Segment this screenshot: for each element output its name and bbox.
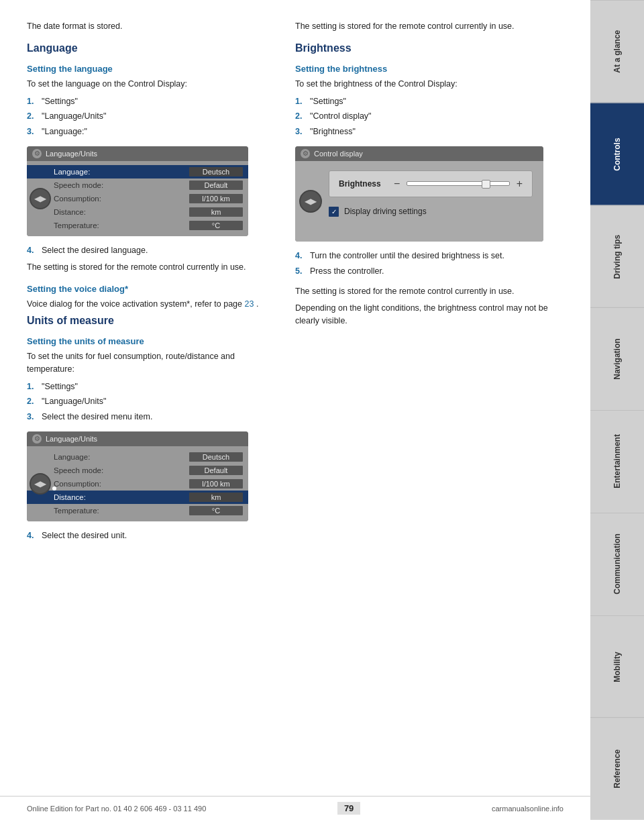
bright-step-5: 5. Press the controller. [295, 265, 550, 278]
sidebar-tab-controls[interactable]: Controls [590, 103, 644, 205]
sidebar-tab-navigation[interactable]: Navigation [590, 307, 644, 410]
language-screen-header: ⚙ Language/Units [27, 146, 248, 161]
units-step-3: 3. Select the desired menu item. [27, 411, 268, 423]
brightness-screen-body: Brightness − + ✓ Display driving setti [295, 161, 543, 242]
units-step-2: 2. "Language/Units" [27, 395, 268, 408]
units-screen-body: Language: Deutsch Speech mode: Default C… [27, 446, 248, 521]
units-intro: To set the units for fuel consumption, r… [27, 350, 268, 376]
setting-brightness-subtitle: Setting the brightness [295, 64, 550, 74]
plus-icon: + [517, 178, 523, 190]
units-screen-header: ⚙ Language/Units [27, 431, 248, 446]
language-section: Language Setting the language To set the… [27, 42, 268, 274]
page-number: 79 [337, 802, 360, 815]
main-content: The date format is stored. Language Sett… [0, 0, 590, 820]
screen-row-temperature: Temperature: °C [27, 219, 248, 232]
units-step-1: 1. "Settings" [27, 380, 268, 393]
brightness-note2: Depending on the light conditions, the b… [295, 302, 550, 328]
sidebar-tab-communication[interactable]: Communication [590, 513, 644, 615]
voice-dialog-text: Voice dialog for the voice activation sy… [27, 298, 268, 311]
setting-language-subtitle: Setting the language [27, 64, 268, 74]
checkbox-icon: ✓ [329, 207, 339, 217]
brightness-intro: To set the brightness of the Control Dis… [295, 78, 550, 91]
screen-row-consumption: Consumption: l/100 km [27, 192, 248, 205]
units-row-language: Language: Deutsch [27, 450, 248, 464]
gear-icon: ⚙ [32, 149, 42, 158]
units-section: Units of measure Setting the units of me… [27, 315, 268, 542]
selection-indicator [52, 486, 56, 491]
controller-overlay-2: ◀▶ [30, 473, 51, 495]
screen-row-language: Language: Deutsch [27, 165, 248, 178]
slider-thumb [482, 180, 490, 189]
left-top-text: The date format is stored. [27, 20, 268, 33]
brightness-slider [407, 181, 509, 186]
units-screen-wrapper: ⚙ Language/Units Language: Deutsch Speec [27, 431, 268, 521]
lang-step-1: 1. "Settings" [27, 95, 268, 108]
bright-step-2: 2. "Control display" [295, 110, 550, 123]
language-screen-body: Language: Deutsch Speech mode: Default C… [27, 161, 248, 236]
units-step-4: 4. Select the desired unit. [27, 529, 268, 542]
brightness-screen-wrapper: ⚙ Control display Brightness − [295, 146, 550, 242]
brightness-title: Brightness [295, 42, 550, 54]
brightness-control-box: Brightness − + [329, 170, 533, 197]
units-screen: ⚙ Language/Units Language: Deutsch Speec [27, 431, 248, 521]
language-screen-wrapper: ⚙ Language/Units Language: Deutsch Speec [27, 146, 268, 236]
units-subtitle: Setting the units of measure [27, 336, 268, 346]
minus-icon: − [394, 178, 400, 190]
units-row-temperature: Temperature: °C [27, 504, 248, 517]
screen-row-distance: Distance: km [27, 205, 248, 219]
language-screen: ⚙ Language/Units Language: Deutsch Speec [27, 146, 248, 236]
left-column: The date format is stored. Language Sett… [27, 20, 288, 793]
bright-step-4: 4. Turn the controller until the desired… [295, 250, 550, 262]
controller-overlay-1: ◀▶ [30, 188, 51, 209]
controller-knob-1: ◀▶ [30, 188, 51, 209]
brightness-section: Brightness Setting the brightness To set… [295, 42, 550, 327]
language-steps: 1. "Settings" 2. "Language/Units" 3. "La… [27, 95, 268, 138]
sidebar-tab-reference[interactable]: Reference [590, 717, 644, 820]
page-container: The date format is stored. Language Sett… [0, 0, 644, 820]
sidebar-tab-driving-tips[interactable]: Driving tips [590, 205, 644, 308]
sidebar-tab-at-a-glance[interactable]: At a glance [590, 0, 644, 103]
display-driving-row: ✓ Display driving settings [329, 207, 533, 217]
lang-step-4: 4. Select the desired language. [27, 244, 268, 257]
screen-row-speech: Speech mode: Default [27, 178, 248, 192]
controller-knob-2: ◀▶ [30, 473, 51, 495]
controller-knob-3: ◀▶ [299, 190, 322, 213]
right-top-note: The setting is stored for the remote con… [295, 20, 550, 33]
brightness-control-label: Brightness [339, 179, 387, 189]
footer-text: Online Edition for Part no. 01 40 2 606 … [27, 805, 206, 813]
brightness-note1: The setting is stored for the remote con… [295, 285, 550, 298]
display-driving-label: Display driving settings [344, 207, 427, 216]
controller-overlay-3: ◀▶ [299, 190, 322, 213]
units-row-consumption: Consumption: l/100 km [27, 477, 248, 491]
sidebar-tab-entertainment[interactable]: Entertainment [590, 410, 644, 513]
gear-icon-2: ⚙ [32, 434, 42, 444]
brightness-screen-header: ⚙ Control display [295, 146, 543, 161]
right-column: The setting is stored for the remote con… [288, 20, 550, 793]
page-footer: Online Edition for Part no. 01 40 2 606 … [0, 796, 590, 820]
units-row-speech: Speech mode: Default [27, 464, 248, 477]
voice-dialog-subtitle: Setting the voice dialog* [27, 284, 268, 294]
lang-step-2: 2. "Language/Units" [27, 110, 268, 123]
bright-step-1: 1. "Settings" [295, 95, 550, 108]
language-title: Language [27, 42, 268, 54]
sidebar-tab-mobility[interactable]: Mobility [590, 615, 644, 718]
page-23-link[interactable]: 23 [245, 299, 254, 309]
sidebar: At a glance Controls Driving tips Naviga… [590, 0, 644, 820]
language-note: The setting is stored for the remote con… [27, 261, 268, 274]
footer-site: carmanualsonline.info [492, 805, 564, 813]
brightness-screen: ⚙ Control display Brightness − [295, 146, 543, 242]
units-steps: 1. "Settings" 2. "Language/Units" 3. Sel… [27, 380, 268, 423]
units-row-distance: Distance: km [27, 491, 248, 504]
bright-step-3: 3. "Brightness" [295, 125, 550, 138]
gear-icon-3: ⚙ [301, 149, 310, 158]
units-title: Units of measure [27, 315, 268, 327]
voice-dialog-section: Setting the voice dialog* Voice dialog f… [27, 284, 268, 311]
lang-step-3: 3. "Language:" [27, 125, 268, 138]
setting-language-intro: To set the language on the Control Displ… [27, 78, 268, 91]
brightness-steps: 1. "Settings" 2. "Control display" 3. "B… [295, 95, 550, 138]
